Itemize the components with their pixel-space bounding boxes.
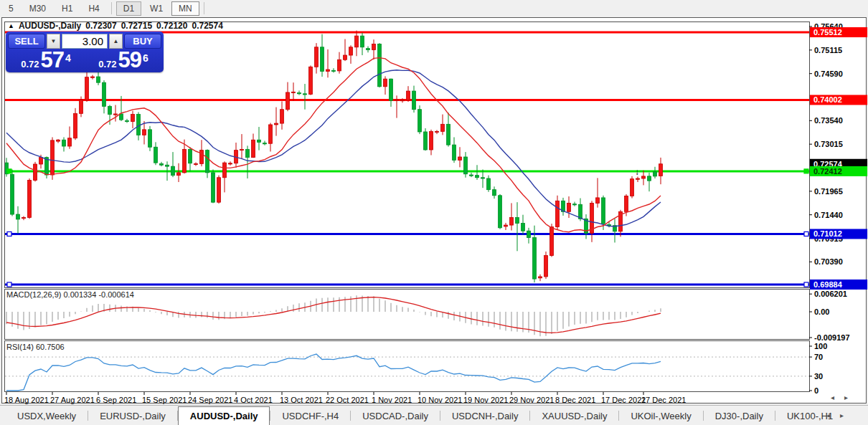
svg-text:0: 0 — [814, 386, 819, 395]
svg-text:19 Nov 2021: 19 Nov 2021 — [463, 396, 508, 404]
symbol-tab-xauusd-daily[interactable]: XAUUSD-,Daily — [530, 406, 618, 425]
svg-text:70: 70 — [814, 353, 823, 361]
chart-window: ↓0.756400.751150.745900.735400.730150.71… — [1, 17, 867, 403]
arrow-up-icon: ▲ — [113, 38, 119, 44]
line-handle[interactable] — [7, 169, 11, 173]
svg-text:0.75512: 0.75512 — [813, 28, 842, 37]
svg-text:22 Oct 2021: 22 Oct 2021 — [326, 396, 369, 404]
line-handle[interactable] — [7, 282, 11, 287]
quote-open: 0.72307 — [85, 21, 116, 31]
buy-button[interactable]: BUY — [124, 34, 161, 49]
line-handle[interactable] — [7, 231, 11, 236]
svg-text:6 Sep 2021: 6 Sep 2021 — [96, 396, 136, 404]
tab-scroll-arrows: ◂ ▸ — [826, 411, 844, 419]
svg-text:0.70390: 0.70390 — [814, 257, 843, 266]
symbol-tab-usdcnh-daily[interactable]: USDCNH-,Daily — [440, 406, 529, 425]
price-axis[interactable]: 0.756400.751150.745900.735400.730150.719… — [809, 22, 867, 395]
svg-text:10 Nov 2021: 10 Nov 2021 — [418, 396, 462, 404]
date-axis[interactable]: 18 Aug 202127 Aug 20216 Sep 202115 Sep 2… — [4, 392, 686, 404]
rsi-indicator-label: RSI(14) 60.7506 — [6, 343, 65, 351]
svg-text:0.73015: 0.73015 — [814, 140, 843, 148]
mt4-window: 5M30H1H4D1W1MN ↓0.756400.751150.745900.7… — [0, 0, 868, 425]
quote-close: 0.72574 — [192, 21, 222, 31]
symbol-tab-ukoil-weekly[interactable]: UKOil-,Weekly — [619, 406, 702, 425]
symbol-tab-usdcad-daily[interactable]: USDCAD-,Daily — [351, 406, 440, 425]
macd-indicator-label: MACD(12,26,9) 0.001334 -0.000614 — [6, 290, 134, 299]
svg-text:0.006201: 0.006201 — [814, 290, 847, 298]
symbol-tab-audusd-daily[interactable]: AUDUSD-,Daily — [178, 406, 270, 425]
svg-text:0.75115: 0.75115 — [814, 46, 842, 54]
quote-line: ▲ AUDUSD-,Daily 0.72307 0.72715 0.72120 … — [8, 21, 223, 31]
svg-text:18 Aug 2021: 18 Aug 2021 — [4, 396, 49, 404]
svg-text:0.71440: 0.71440 — [814, 211, 843, 219]
svg-text:8 Dec 2021: 8 Dec 2021 — [555, 396, 595, 404]
symbol-tab-usdx-weekly[interactable]: USDX,Weekly — [6, 406, 88, 425]
scroll-right-icon[interactable]: ▸ — [844, 393, 848, 401]
bid-big-digits: 57 — [41, 51, 64, 70]
arrow-down-icon: ▼ — [51, 38, 57, 44]
svg-text:13 Oct 2021: 13 Oct 2021 — [280, 396, 323, 404]
svg-text:4 Oct 2021: 4 Oct 2021 — [234, 396, 273, 404]
collapse-panel-icon[interactable]: ▲ — [8, 22, 14, 29]
svg-text:30: 30 — [814, 372, 823, 381]
symbol-tab-eurusd-daily[interactable]: EURUSD-,Daily — [88, 406, 177, 425]
volume-increase-button[interactable]: ▲ — [109, 34, 123, 49]
svg-text:0.71965: 0.71965 — [814, 187, 843, 196]
quote-low: 0.72120 — [156, 21, 187, 31]
svg-text:0.74002: 0.74002 — [813, 95, 842, 104]
tab-scroll-left-icon[interactable]: ◂ — [826, 411, 830, 419]
macd-pane — [6, 295, 661, 336]
svg-text:100: 100 — [814, 342, 827, 350]
pane-borders — [5, 22, 810, 392]
svg-text:29 Nov 2021: 29 Nov 2021 — [509, 396, 554, 404]
one-click-trade-panel: SELL ▼ ▲ BUY 0.72 57 4 0.72 59 — [6, 32, 164, 72]
svg-text:0.69884: 0.69884 — [813, 280, 843, 289]
sell-button[interactable]: SELL — [8, 34, 45, 49]
line-handle[interactable] — [804, 231, 808, 236]
ask-prefix: 0.72 — [98, 59, 116, 70]
svg-text:27 Dec 2021: 27 Dec 2021 — [641, 396, 686, 404]
symbol-tab-usdchf-h4[interactable]: USDCHF-,H4 — [270, 406, 350, 425]
svg-text:0.74590: 0.74590 — [814, 70, 843, 78]
volume-input[interactable] — [62, 34, 108, 49]
down-arrow-object[interactable]: ↓ — [635, 167, 639, 177]
svg-text:15 Sep 2021: 15 Sep 2021 — [142, 396, 187, 404]
svg-text:0.72412: 0.72412 — [813, 167, 842, 176]
svg-text:17 Dec 2021: 17 Dec 2021 — [601, 396, 646, 404]
symbol-tab-bar: USDX,WeeklyEURUSD-,DailyAUDUSD-,DailyUSD… — [0, 405, 868, 425]
line-handle[interactable] — [804, 282, 808, 287]
symbol-tab-dj30-daily[interactable]: DJ30-,Daily — [704, 406, 775, 425]
bid-price-display[interactable]: 0.72 57 4 — [8, 49, 84, 70]
ask-pip-digit: 6 — [143, 49, 148, 67]
date-scroll-arrows: ◂ ▸ — [831, 393, 848, 401]
ask-big-digits: 59 — [118, 51, 141, 70]
svg-text:0.00: 0.00 — [814, 307, 829, 316]
svg-text:0.71012: 0.71012 — [813, 229, 842, 238]
rsi-pane — [5, 354, 809, 391]
svg-text:27 Aug 2021: 27 Aug 2021 — [50, 396, 95, 404]
quote-high: 0.72715 — [121, 21, 152, 31]
svg-text:24 Sep 2021: 24 Sep 2021 — [188, 396, 232, 404]
scroll-left-icon[interactable]: ◂ — [831, 393, 834, 401]
tab-scroll-right-icon[interactable]: ▸ — [840, 411, 844, 419]
svg-text:1 Nov 2021: 1 Nov 2021 — [372, 396, 412, 404]
svg-text:0.73540: 0.73540 — [814, 116, 843, 125]
svg-text:-0.009197: -0.009197 — [814, 333, 850, 342]
ask-price-display[interactable]: 0.72 59 6 — [85, 49, 161, 70]
line-handle[interactable] — [804, 169, 808, 173]
bid-pip-digit: 4 — [65, 49, 71, 67]
volume-decrease-button[interactable]: ▼ — [47, 34, 60, 49]
symbol-period-label: AUDUSD-,Daily — [19, 21, 81, 31]
bid-prefix: 0.72 — [21, 59, 39, 70]
